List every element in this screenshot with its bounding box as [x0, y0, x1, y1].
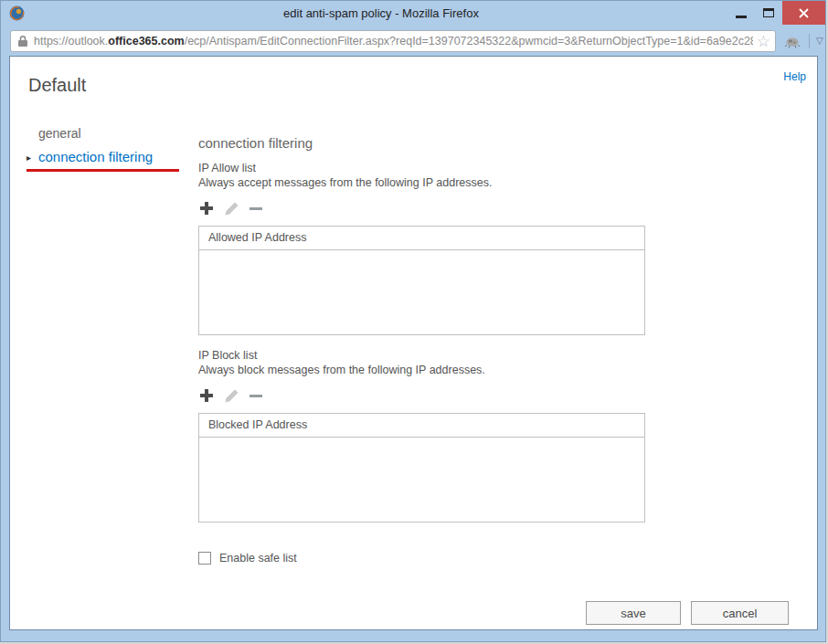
window-controls — [727, 1, 825, 25]
ip-block-toolbar — [198, 386, 645, 405]
url-bar[interactable]: https://outlook.office365.com/ecp/Antisp… — [10, 30, 776, 52]
nav-item-connection-filtering[interactable]: ▸connection filtering — [27, 149, 191, 164]
bookmark-star-icon[interactable]: ☆ — [757, 34, 770, 49]
nav-arrow-icon: ▸ — [27, 153, 38, 163]
maximize-icon — [763, 8, 774, 17]
allowed-ip-column-header: Allowed IP Address — [198, 226, 645, 250]
maximize-button[interactable] — [755, 1, 782, 25]
pencil-icon — [224, 388, 239, 404]
minus-icon — [249, 387, 263, 404]
plus-icon — [198, 200, 215, 216]
blocked-ip-list-body — [198, 438, 645, 523]
url-text: https://outlook.office365.com/ecp/Antisp… — [34, 35, 753, 48]
add-button[interactable] — [198, 200, 215, 216]
add-button[interactable] — [198, 387, 215, 404]
sidebar-nav: general ▸connection filtering — [27, 126, 191, 172]
navbar-separator — [809, 34, 810, 48]
addon-icon[interactable] — [784, 34, 801, 48]
url-path: /ecp/Antispam/EditConnectionFilter.aspx?… — [185, 35, 753, 48]
minimize-button[interactable] — [727, 1, 755, 25]
ip-allow-toolbar — [198, 199, 645, 217]
url-prefix: https://outlook. — [34, 35, 108, 48]
ip-allow-description: Always accept messages from the followin… — [198, 176, 645, 189]
cancel-button[interactable]: cancel — [691, 601, 789, 625]
minimize-icon — [736, 16, 747, 18]
nav-item-label: general — [38, 126, 81, 141]
lock-icon[interactable] — [17, 35, 28, 48]
blocked-ip-column-header: Blocked IP Address — [198, 413, 645, 438]
edit-button[interactable] — [224, 388, 239, 404]
allowed-ip-list: Allowed IP Address — [198, 226, 645, 335]
close-icon — [799, 8, 809, 18]
active-tab-underline — [27, 169, 179, 172]
page-content: Help Default general ▸connection filteri… — [9, 56, 818, 630]
save-button[interactable]: save — [586, 601, 681, 625]
pencil-icon — [224, 201, 239, 216]
dropdown-chevron-icon[interactable]: ▽ — [816, 37, 823, 46]
help-link[interactable]: Help — [783, 70, 806, 83]
ip-block-description: Always block messages from the following… — [198, 364, 645, 376]
enable-safe-list-checkbox[interactable] — [198, 552, 211, 565]
remove-button[interactable] — [249, 200, 263, 216]
edit-button[interactable] — [224, 201, 239, 216]
remove-button[interactable] — [249, 387, 263, 404]
url-domain: office365.com — [108, 35, 184, 48]
ip-block-section: IP Block list Always block messages from… — [198, 349, 645, 523]
enable-safe-list-label: Enable safe list — [219, 552, 297, 565]
ip-allow-section: IP Allow list Always accept messages fro… — [198, 162, 645, 335]
main-panel: connection filtering IP Allow list Alway… — [198, 135, 645, 565]
allowed-ip-list-body — [198, 250, 645, 335]
browser-navbar: https://outlook.office365.com/ecp/Antisp… — [1, 26, 825, 56]
close-button[interactable] — [782, 1, 825, 25]
minus-icon — [249, 200, 263, 216]
plus-icon — [198, 387, 215, 404]
blocked-ip-list: Blocked IP Address — [198, 413, 645, 523]
window-title: edit anti-spam policy - Mozilla Firefox — [56, 6, 706, 20]
nav-item-label: connection filtering — [38, 149, 153, 164]
footer-buttons: save cancel — [586, 601, 789, 625]
page-title: Default — [28, 75, 86, 96]
enable-safe-list-row: Enable safe list — [198, 552, 645, 565]
nav-item-general[interactable]: general — [38, 126, 191, 141]
section-heading: connection filtering — [198, 135, 645, 151]
ip-block-label: IP Block list — [198, 349, 645, 362]
window-titlebar[interactable]: edit anti-spam policy - Mozilla Firefox — [1, 1, 825, 26]
ip-allow-label: IP Allow list — [198, 162, 645, 174]
browser-window: edit anti-spam policy - Mozilla Firefox … — [0, 0, 826, 642]
firefox-icon[interactable] — [8, 5, 26, 22]
